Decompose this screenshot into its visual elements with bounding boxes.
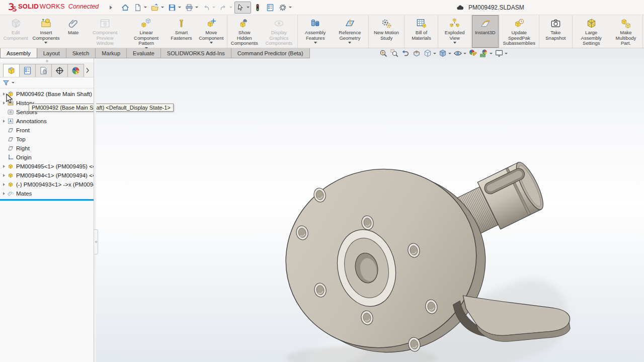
view-orientation-dropdown-caret[interactable] <box>433 53 436 54</box>
model-base-main-shaft[interactable] <box>96 58 644 362</box>
move-component-button[interactable]: Move Component <box>196 15 226 48</box>
tab-markup[interactable]: Markup <box>95 48 127 58</box>
expand-arrow[interactable] <box>1 165 7 168</box>
panel-tab-propertymanager[interactable] <box>19 64 36 77</box>
smart-fasteners-button[interactable]: Smart Fasteners <box>167 15 196 48</box>
apply-scene-button[interactable] <box>479 49 493 58</box>
open-button[interactable] <box>149 2 166 14</box>
brand-expander-icon[interactable] <box>110 6 112 10</box>
tree-item-pm009493-1[interactable]: (-) PM009493<1> ->x (PM009493 <box>0 180 94 189</box>
settings-button[interactable] <box>277 2 293 14</box>
lifecycle-icon <box>253 3 262 12</box>
panel-tab-configurationmanager[interactable] <box>35 64 52 77</box>
component-preview-window-button[interactable]: Component Preview Window <box>85 15 126 48</box>
edit-component-button[interactable]: Edit Component <box>2 15 30 48</box>
move-component-dropdown-caret[interactable] <box>210 42 213 44</box>
open-dropdown-caret[interactable] <box>161 7 164 8</box>
redo-dropdown-caret[interactable] <box>229 7 232 8</box>
tab-solidworks-add-ins[interactable]: SOLIDWORKS Add-Ins <box>160 48 231 58</box>
apply-scene-dropdown-caret[interactable] <box>490 53 493 54</box>
rollback-bar[interactable] <box>0 199 94 201</box>
save-button[interactable] <box>166 2 183 14</box>
tree-item-mates[interactable]: Mates <box>0 189 94 198</box>
hide-show-items-icon <box>453 49 462 58</box>
tree-item-pm009495-1-pm009[interactable]: PM009495<1> (PM009495) <<Def <box>0 162 94 171</box>
view-settings-button[interactable] <box>494 49 508 58</box>
show-hidden-components-button[interactable]: Show Hidden Components <box>228 15 261 48</box>
tab-command-predictor-beta[interactable]: Command Predictor (Beta) <box>231 48 310 58</box>
panel-tab-displaymanager[interactable] <box>67 64 84 77</box>
bill-of-materials-button[interactable]: Bill of Materials <box>405 15 437 48</box>
reference-geometry-button[interactable]: Reference Geometry <box>332 15 368 48</box>
edit-appearance-button[interactable] <box>468 49 478 58</box>
display-graphics-components-button[interactable]: Display Graphics Components <box>261 15 297 48</box>
panel-tab-featuremanager[interactable] <box>3 64 20 77</box>
view-orientation-button[interactable] <box>423 49 437 58</box>
update-speedpak-subassemblies-button[interactable]: Update SpeedPak Subassemblies <box>500 15 538 48</box>
make-multibody-part-button[interactable]: Make Multibody Part. <box>610 15 642 48</box>
new-document-button[interactable] <box>132 2 148 14</box>
tab-assembly[interactable]: Assembly <box>0 48 37 58</box>
undo-button[interactable] <box>200 2 217 14</box>
tab-evaluate[interactable]: Evaluate <box>126 48 161 58</box>
display-style-dropdown-caret[interactable] <box>448 53 451 54</box>
filter-funnel-icon[interactable] <box>2 79 10 87</box>
print-dropdown-caret[interactable] <box>195 7 198 8</box>
panel-tab-dimxpertmanager[interactable] <box>51 64 68 77</box>
reference-geometry-dropdown-caret[interactable] <box>348 42 351 44</box>
insert-components-dropdown-caret[interactable] <box>44 42 47 44</box>
expand-arrow[interactable] <box>1 183 7 186</box>
tree-item-pm009492-base-mai[interactable]: PM009492 (Base Main Shaft) <Default_ <box>0 89 94 99</box>
tree-item-front[interactable]: Front <box>0 126 94 135</box>
settings-dropdown-caret[interactable] <box>289 7 292 8</box>
lifecycle-button[interactable] <box>252 2 264 14</box>
tree-item-right[interactable]: Right <box>0 144 94 153</box>
display-style-button[interactable] <box>438 49 452 58</box>
new-document-dropdown-caret[interactable] <box>144 7 147 8</box>
splitter-handle[interactable] <box>94 229 98 254</box>
tab-sketch[interactable]: Sketch <box>66 48 96 58</box>
tree-item-pm009494-1-pm009[interactable]: PM009494<1> (PM009494) <<Def <box>0 171 94 180</box>
large-assembly-settings-button[interactable]: Large Assembly Settings <box>573 15 610 48</box>
save-dropdown-caret[interactable] <box>178 7 181 8</box>
tree-item-top[interactable]: Top <box>0 135 94 144</box>
checklist-button[interactable] <box>264 2 276 14</box>
select-button[interactable] <box>234 2 251 14</box>
redo-button[interactable] <box>217 2 234 14</box>
main-area: PM009492 (Base Main Shaft) <Default_Hist… <box>0 58 644 362</box>
viewport-3d[interactable] <box>96 58 644 362</box>
expand-arrow[interactable] <box>1 120 7 123</box>
exploded-view-dropdown-caret[interactable] <box>453 42 456 44</box>
tree-item-origin[interactable]: Origin <box>0 153 94 162</box>
new-document-icon <box>133 3 142 12</box>
tree-item-annotations[interactable]: Annotations <box>0 117 94 126</box>
panel-splitter[interactable] <box>94 58 96 362</box>
instant3d-button[interactable]: Instant3D <box>472 15 499 48</box>
home-button[interactable] <box>119 2 131 14</box>
assembly-features-button[interactable]: Assembly Features <box>298 15 332 48</box>
expand-arrow[interactable] <box>1 192 7 195</box>
tab-layout[interactable]: Layout <box>37 48 66 58</box>
section-view-button[interactable] <box>412 49 422 58</box>
hide-show-items-button[interactable] <box>453 49 467 58</box>
new-motion-study-button[interactable]: New Motion Study <box>369 15 404 48</box>
expand-arrow[interactable] <box>1 174 7 177</box>
view-settings-dropdown-caret[interactable] <box>505 53 508 54</box>
previous-view-button[interactable] <box>400 49 411 58</box>
print-button[interactable] <box>183 2 200 14</box>
select-dropdown-caret[interactable] <box>247 7 250 8</box>
undo-dropdown-caret[interactable] <box>212 7 215 8</box>
exploded-view-button[interactable]: Exploded View <box>439 15 470 48</box>
filter-dropdown-caret[interactable] <box>12 82 15 83</box>
take-snapshot-button[interactable]: Take Snapshot <box>540 15 572 48</box>
zoom-to-fit-button[interactable] <box>378 49 388 58</box>
update-speedpak-icon <box>513 18 525 29</box>
assembly-features-dropdown-caret[interactable] <box>314 42 317 44</box>
zoom-to-area-button[interactable] <box>389 49 399 58</box>
move-component-label: Move Component <box>199 30 223 41</box>
linear-component-pattern-button[interactable]: Linear Component Pattern <box>126 15 167 48</box>
insert-components-button[interactable]: Insert Components <box>30 15 62 48</box>
mate-button[interactable]: Mate <box>62 15 85 48</box>
panel-tabs-overflow-button[interactable] <box>84 64 92 77</box>
hide-show-items-dropdown-caret[interactable] <box>463 53 466 54</box>
